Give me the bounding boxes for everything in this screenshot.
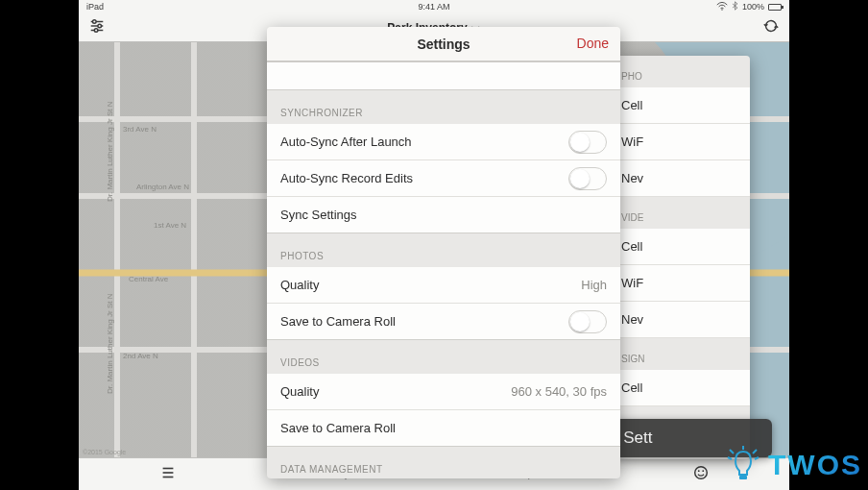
row-label: Save to Camera Roll	[280, 421, 396, 435]
option-row[interactable]: WiF	[615, 124, 750, 160]
svg-point-5	[98, 24, 102, 28]
row-label: Auto-Sync After Launch	[280, 135, 412, 149]
svg-point-0	[721, 9, 723, 11]
carrier-label: iPad	[86, 2, 104, 12]
svg-point-23	[697, 470, 699, 472]
lightbulb-icon	[724, 446, 762, 484]
branding-text: TWOS	[768, 449, 862, 481]
row-label: Sync Settings	[280, 208, 357, 222]
street-label: Central Ave	[129, 275, 168, 283]
svg-rect-25	[739, 476, 747, 479]
row-value: 960 x 540, 30 fps	[511, 384, 607, 399]
row-video-save-roll[interactable]: Save to Camera Roll	[267, 410, 620, 447]
battery-icon	[768, 4, 782, 11]
svg-point-4	[93, 19, 97, 23]
bluetooth-icon	[732, 1, 738, 12]
street-label: Dr. Martin Luther King Jr St N	[106, 102, 114, 202]
option-row[interactable]: WiF	[615, 265, 750, 302]
street-label: 3rd Ave N	[123, 125, 157, 134]
branding-watermark: TWOS	[724, 446, 862, 484]
status-bar: iPad 9:41 AM 100%	[79, 0, 789, 13]
sliders-icon[interactable]	[88, 17, 106, 38]
section-header-data-mgmt: DATA MANAGEMENT	[267, 447, 620, 478]
list-icon[interactable]	[159, 464, 177, 485]
settings-panel: Settings Done SYNCHRONIZER Auto-Sync Aft…	[267, 27, 620, 478]
row-video-quality[interactable]: Quality 960 x 540, 30 fps	[267, 374, 620, 410]
street-label: 1st Ave N	[154, 221, 186, 230]
toggle-auto-sync-record-edits[interactable]	[568, 167, 607, 190]
row-sync-settings[interactable]: Sync Settings	[267, 197, 620, 233]
section-header-photos: PHOTOS	[267, 233, 620, 267]
section-header: PHO	[615, 56, 750, 87]
option-row[interactable]: Cell	[615, 229, 750, 265]
refresh-icon[interactable]	[762, 17, 780, 38]
row-label: Quality	[280, 384, 319, 399]
option-row[interactable]: Cell	[615, 370, 750, 406]
option-row[interactable]: Cell	[615, 87, 750, 124]
option-row[interactable]: Nev	[615, 160, 750, 197]
svg-point-22	[694, 466, 707, 478]
table-top-spacer	[267, 61, 620, 90]
row-photo-quality[interactable]: Quality High	[267, 267, 620, 304]
row-value: High	[581, 278, 607, 292]
row-auto-sync-after-launch[interactable]: Auto-Sync After Launch	[267, 124, 620, 160]
street-label: Arlington Ave N	[136, 183, 189, 191]
done-button[interactable]: Done	[577, 36, 609, 51]
battery-pct: 100%	[742, 2, 764, 12]
clock: 9:41 AM	[418, 2, 449, 12]
section-header-videos: VIDEOS	[267, 340, 620, 374]
street-label: 2nd Ave N	[123, 352, 158, 360]
row-auto-sync-record-edits[interactable]: Auto-Sync Record Edits	[267, 160, 620, 197]
row-label: Auto-Sync Record Edits	[280, 171, 413, 185]
settings-header: Settings Done	[267, 27, 620, 61]
section-header-synchronizer: SYNCHRONIZER	[267, 90, 620, 124]
smiley-icon[interactable]	[692, 464, 710, 485]
row-photo-save-roll[interactable]: Save to Camera Roll	[267, 304, 620, 340]
svg-point-6	[94, 28, 98, 32]
street-label: Dr. Martin Luther King Jr St N	[106, 294, 114, 394]
option-row[interactable]: Nev	[615, 302, 750, 338]
wifi-icon	[716, 2, 728, 12]
map-copyright: ©2015 Google	[83, 449, 126, 455]
toggle-auto-sync-after-launch[interactable]	[568, 131, 607, 154]
settings-title: Settings	[417, 37, 470, 52]
section-header: SIGN	[615, 338, 750, 370]
app-frame: iPad 9:41 AM 100% Park Inventory	[79, 0, 789, 490]
svg-point-24	[702, 470, 704, 472]
row-label: Save to Camera Roll	[280, 314, 396, 329]
section-header: VIDE	[615, 197, 750, 229]
sync-options-panel: PHO Cell WiF Nev VIDE Cell WiF Nev SIGN …	[615, 56, 750, 459]
row-label: Quality	[280, 278, 319, 292]
toggle-photo-save-roll[interactable]	[568, 310, 607, 333]
